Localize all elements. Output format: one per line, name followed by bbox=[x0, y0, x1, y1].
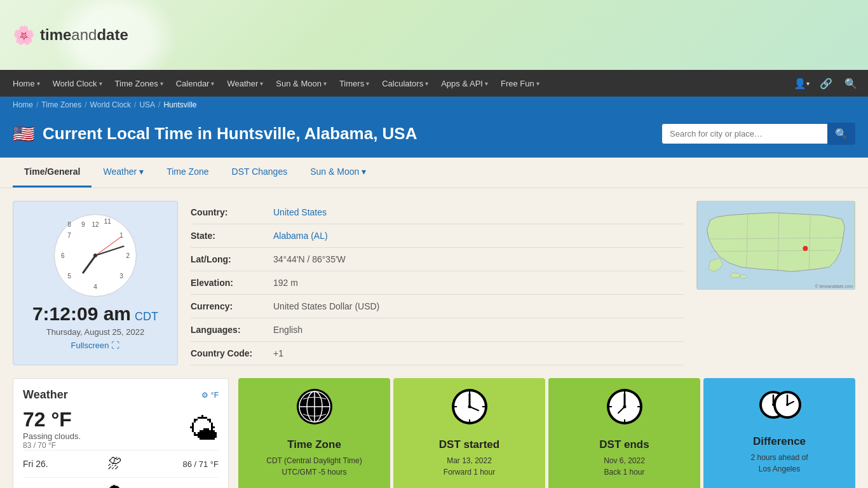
breadcrumb-timezones[interactable]: Time Zones bbox=[41, 100, 81, 109]
nav-world-clock[interactable]: World Clock ▾ bbox=[46, 70, 109, 97]
currency-value: United States Dollar (USD) bbox=[273, 301, 379, 311]
dst-ends-card[interactable]: DST ends Nov 6, 2022 Back 1 hour bbox=[548, 378, 700, 488]
top-header: 🌸 timeanddate bbox=[0, 0, 868, 70]
timezone-card-detail2: UTC/GMT -5 hours bbox=[282, 466, 347, 478]
city-search-input[interactable] bbox=[662, 124, 827, 144]
nav-timers[interactable]: Timers ▾ bbox=[333, 70, 376, 97]
elevation-value: 192 m bbox=[273, 278, 298, 288]
clock-num-9: 9 bbox=[81, 221, 85, 228]
fullscreen-link[interactable]: Fullscreen ⛶ bbox=[71, 341, 120, 350]
forecast-icon-fri: ⛈ bbox=[67, 456, 161, 472]
clock-num-8: 8 bbox=[67, 221, 71, 228]
bottom-section: Weather ⚙ °F 72 °F Passing clouds. 83 / … bbox=[13, 378, 855, 488]
hour-hand bbox=[81, 255, 96, 274]
search-icon[interactable]: 🔍 bbox=[840, 72, 862, 94]
sub-nav: Time/General Weather ▾ Time Zone DST Cha… bbox=[0, 158, 868, 188]
weather-description: Passing clouds. bbox=[23, 431, 179, 441]
account-icon[interactable]: 👤 ▾ bbox=[790, 72, 812, 94]
nav-apps-api[interactable]: Apps & API ▾ bbox=[435, 70, 494, 97]
city-search-button[interactable]: 🔍 bbox=[827, 123, 855, 145]
weather-title: Weather bbox=[23, 388, 68, 402]
difference-card[interactable]: Difference 2 hours ahead of Los Angeles bbox=[703, 378, 855, 488]
timezone-card-title: Time Zone bbox=[287, 438, 341, 451]
timezone-card[interactable]: Time Zone CDT (Central Daylight Time) UT… bbox=[238, 378, 390, 488]
temp-unit-label: °F bbox=[211, 391, 219, 400]
nav-weather[interactable]: Weather ▾ bbox=[220, 70, 269, 97]
tab-dst-changes[interactable]: DST Changes bbox=[220, 158, 299, 187]
forecast-row-sat: Sat 27. 🌩 89 / 70 °F bbox=[23, 477, 219, 488]
search-area: 🔍 bbox=[662, 123, 855, 145]
share-icon[interactable]: 🔗 bbox=[815, 72, 837, 94]
dst-started-card[interactable]: DST started Mar 13, 2022 Forward 1 hour bbox=[393, 378, 545, 488]
clock-face: 12 1 2 3 4 5 6 7 8 9 11 bbox=[54, 214, 137, 297]
analog-clock: 12 1 2 3 4 5 6 7 8 9 11 bbox=[54, 214, 137, 297]
currency-label: Currency: bbox=[191, 301, 273, 311]
clock-info-section: 12 1 2 3 4 5 6 7 8 9 11 bbox=[13, 201, 855, 365]
timezone-card-detail1: CDT (Central Daylight Time) bbox=[266, 455, 362, 466]
us-map[interactable]: © timeanddate.com bbox=[696, 201, 855, 290]
forecast-icon-sat: 🌩 bbox=[67, 483, 161, 488]
svg-point-42 bbox=[786, 403, 789, 406]
map-area: © timeanddate.com bbox=[696, 201, 855, 365]
clock-center-dot bbox=[93, 254, 97, 257]
forecast-range-fri: 86 / 71 °F bbox=[168, 459, 219, 469]
nav-calculators[interactable]: Calculators ▾ bbox=[376, 70, 435, 97]
latlong-label: Lat/Long: bbox=[191, 254, 273, 264]
timezone-label: CDT bbox=[135, 310, 158, 323]
svg-point-1 bbox=[730, 273, 740, 278]
info-cards: Time Zone CDT (Central Daylight Time) UT… bbox=[238, 378, 855, 488]
nav-calendar[interactable]: Calendar ▾ bbox=[170, 70, 221, 97]
tab-weather[interactable]: Weather ▾ bbox=[92, 158, 155, 187]
dst-ends-title: DST ends bbox=[599, 438, 649, 451]
clock-num-2: 2 bbox=[126, 252, 130, 259]
main-content: 12 1 2 3 4 5 6 7 8 9 11 bbox=[0, 188, 868, 488]
info-row-latlong: Lat/Long: 34°44'N / 86°35'W bbox=[191, 248, 684, 271]
difference-icon bbox=[757, 388, 802, 430]
us-flag-icon: 🇺🇸 bbox=[13, 123, 35, 144]
us-map-svg: © timeanddate.com bbox=[697, 201, 855, 289]
second-hand bbox=[95, 236, 121, 255]
nav-icons: 👤 ▾ 🔗 🔍 bbox=[790, 72, 862, 94]
difference-card-detail1: 2 hours ahead of bbox=[750, 452, 808, 463]
breadcrumb-home[interactable]: Home bbox=[13, 100, 33, 109]
gear-icon: ⚙ bbox=[201, 391, 208, 400]
logo-text: timeanddate bbox=[40, 26, 128, 44]
info-row-state: State: Alabama (AL) bbox=[191, 224, 684, 248]
country-link[interactable]: United States bbox=[273, 207, 327, 217]
clock-card: 12 1 2 3 4 5 6 7 8 9 11 bbox=[13, 201, 178, 365]
timezone-icon bbox=[295, 388, 334, 433]
nav-time-zones[interactable]: Time Zones ▾ bbox=[109, 70, 170, 97]
info-row-languages: Languages: English bbox=[191, 318, 684, 342]
fullscreen-icon: ⛶ bbox=[111, 341, 119, 350]
logo[interactable]: 🌸 timeanddate bbox=[13, 25, 128, 46]
info-row-country-code: Country Code: +1 bbox=[191, 342, 684, 365]
clock-num-6: 6 bbox=[61, 252, 65, 259]
nav-home[interactable]: Home ▾ bbox=[6, 70, 46, 97]
weather-settings[interactable]: ⚙ °F bbox=[201, 391, 219, 400]
weather-panel: Weather ⚙ °F 72 °F Passing clouds. 83 / … bbox=[13, 378, 229, 488]
dst-started-title: DST started bbox=[439, 438, 499, 451]
breadcrumb-worldclock[interactable]: World Clock bbox=[90, 100, 131, 109]
state-link[interactable]: Alabama (AL) bbox=[273, 231, 328, 241]
dst-ends-detail1: Nov 6, 2022 bbox=[604, 455, 645, 466]
tab-sun-moon[interactable]: Sun & Moon ▾ bbox=[299, 158, 377, 187]
forecast-row-fri: Fri 26. ⛈ 86 / 71 °F bbox=[23, 450, 219, 477]
breadcrumb-usa[interactable]: USA bbox=[139, 100, 155, 109]
state-label: State: bbox=[191, 231, 273, 241]
svg-point-2 bbox=[740, 274, 747, 278]
svg-text:© timeanddate.com: © timeanddate.com bbox=[815, 284, 853, 288]
digital-time: 7:12:09 am CDT bbox=[32, 303, 158, 325]
nav-sun-moon[interactable]: Sun & Moon ▾ bbox=[269, 70, 333, 97]
clock-num-5: 5 bbox=[67, 273, 71, 280]
info-table: Country: United States State: Alabama (A… bbox=[191, 201, 684, 365]
clock-num-3: 3 bbox=[119, 273, 123, 280]
latlong-value: 34°44'N / 86°35'W bbox=[273, 254, 346, 264]
info-row-currency: Currency: United States Dollar (USD) bbox=[191, 295, 684, 318]
state-value: Alabama (AL) bbox=[273, 231, 328, 241]
tab-time-zone[interactable]: Time Zone bbox=[155, 158, 220, 187]
forecast-day-fri: Fri 26. bbox=[23, 459, 61, 469]
clock-num-7: 7 bbox=[67, 232, 71, 239]
tab-time-general[interactable]: Time/General bbox=[13, 158, 92, 187]
weather-left: 72 °F Passing clouds. 83 / 70 °F bbox=[23, 408, 179, 450]
nav-free-fun[interactable]: Free Fun ▾ bbox=[494, 70, 546, 97]
